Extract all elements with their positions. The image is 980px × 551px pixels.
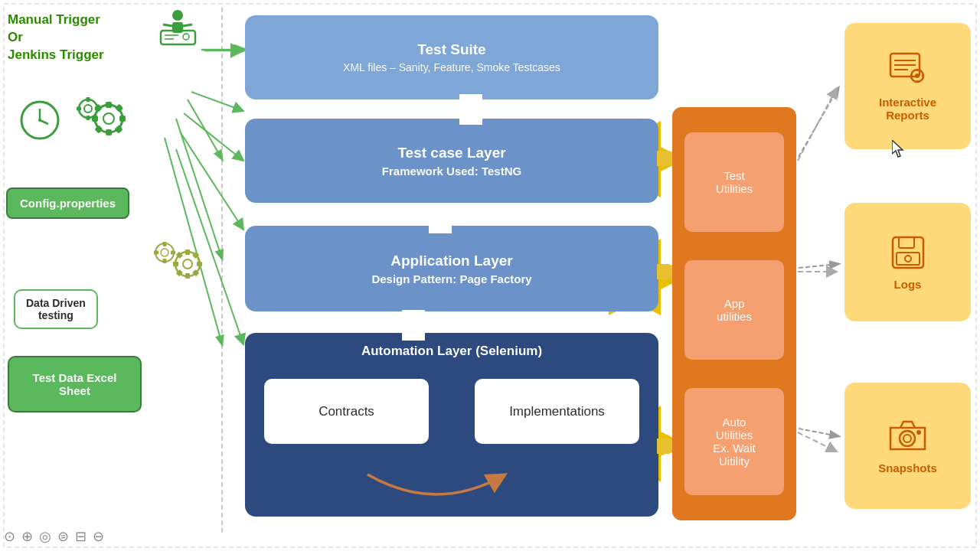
svg-line-13	[799, 264, 838, 268]
toolbar-icon-1[interactable]: ⊙	[4, 528, 15, 545]
svg-rect-31	[106, 102, 112, 108]
svg-rect-41	[87, 97, 90, 102]
svg-rect-38	[94, 125, 103, 133]
contracts-box: Contracts	[264, 379, 429, 444]
svg-rect-59	[171, 251, 175, 255]
snapshots-label: Snapshots	[878, 461, 937, 474]
toolbar-icon-6[interactable]: ⊖	[93, 528, 104, 545]
svg-point-85	[915, 73, 920, 78]
camera-icon	[887, 417, 929, 455]
svg-rect-49	[197, 262, 202, 266]
auto-utilities-card: AutoUtilitiesEx. WaitUitility	[684, 388, 784, 495]
svg-rect-91	[899, 237, 914, 248]
config-properties-box: Config.properties	[6, 187, 129, 219]
svg-rect-58	[163, 259, 167, 263]
svg-point-56	[161, 249, 168, 256]
test-utilities-label: TestUtilities	[716, 169, 753, 195]
test-suite-box: Test Suite XML files – Sanity, Feature, …	[245, 15, 658, 99]
svg-line-19	[163, 24, 172, 26]
toolbar-icon-5[interactable]: ⊟	[75, 528, 87, 545]
app-layer-box: Application Layer Design Pattern: Page F…	[245, 226, 658, 311]
utilities-panel: TestUtilities Apputilities AutoUtilities…	[672, 107, 796, 520]
excel-label: Test Data ExcelSheet	[33, 371, 117, 397]
svg-rect-47	[185, 249, 190, 255]
svg-point-39	[79, 99, 97, 118]
automation-layer-box: Automation Layer (Selenium) Contracts Im…	[245, 333, 658, 517]
svg-rect-44	[77, 107, 81, 111]
manual-trigger-label: Manual TriggerOrJenkins Trigger	[8, 11, 104, 64]
svg-line-12	[799, 88, 838, 157]
bottom-toolbar: ⊙ ⊕ ◎ ⊜ ⊟ ⊖	[4, 528, 104, 545]
svg-line-28	[40, 120, 48, 124]
toolbar-icon-3[interactable]: ◎	[39, 528, 51, 545]
contracts-label: Contracts	[318, 404, 374, 419]
test-suite-sub: XML files – Sanity, Feature, Smoke Testc…	[343, 61, 560, 73]
svg-rect-57	[163, 242, 167, 246]
svg-point-93	[905, 256, 911, 262]
svg-line-77	[798, 88, 837, 161]
auto-utilities-label: AutoUtilitiesEx. WaitUitility	[713, 416, 755, 468]
diagram-container: Manual TriggerOrJenkins Trigger	[0, 0, 980, 551]
logs-icon	[889, 233, 927, 272]
implementations-box: Implementations	[475, 379, 639, 444]
presenter-icon	[157, 9, 199, 51]
gear-icons-top	[77, 92, 149, 152]
svg-rect-43	[95, 107, 100, 111]
logs-card: Logs	[844, 203, 971, 321]
snapshots-card: Snapshots	[844, 383, 971, 509]
toolbar-icon-4[interactable]: ⊜	[57, 528, 69, 545]
test-case-title: Test case Layer	[397, 145, 505, 161]
svg-line-14	[799, 429, 838, 436]
svg-rect-42	[87, 116, 90, 120]
interactive-reports-label: InteractiveReports	[879, 96, 936, 122]
svg-point-46	[183, 259, 192, 269]
config-label: Config.properties	[20, 197, 116, 210]
test-suite-title: Test Suite	[417, 41, 485, 58]
svg-rect-48	[185, 273, 190, 279]
test-utilities-card: TestUtilities	[684, 132, 784, 232]
test-case-sub: Framework Used: TestNG	[382, 165, 521, 178]
svg-point-96	[916, 430, 921, 435]
gear-icons-bottom	[149, 237, 211, 290]
report-icon	[887, 51, 929, 90]
svg-rect-37	[114, 125, 122, 133]
svg-line-79	[798, 432, 837, 452]
app-utilities-card: Apputilities	[684, 260, 784, 360]
svg-line-20	[183, 24, 192, 26]
excel-sheet-box: Test Data ExcelSheet	[8, 356, 142, 412]
svg-rect-33	[119, 116, 126, 122]
svg-point-94	[900, 431, 915, 446]
svg-point-30	[103, 113, 114, 124]
svg-rect-32	[106, 129, 112, 135]
left-panel: Manual TriggerOrJenkins Trigger	[0, 0, 214, 551]
app-layer-sub: Design Pattern: Page Factory	[371, 272, 531, 285]
svg-rect-50	[173, 262, 178, 266]
svg-rect-60	[154, 251, 158, 255]
interactive-reports-card: InteractiveReports	[844, 23, 971, 149]
toolbar-icon-2[interactable]: ⊕	[21, 528, 33, 545]
svg-point-17	[172, 10, 183, 21]
app-layer-title: Application Layer	[390, 253, 512, 269]
svg-rect-35	[115, 104, 123, 112]
data-driven-bubble: Data Driventesting	[14, 289, 98, 329]
svg-rect-92	[897, 253, 920, 265]
automation-title: Automation Layer (Selenium)	[245, 333, 658, 359]
svg-point-24	[183, 34, 189, 40]
logs-label: Logs	[894, 278, 922, 291]
svg-point-95	[903, 435, 911, 442]
test-case-layer-box: Test case Layer Framework Used: TestNG	[245, 119, 658, 203]
clock-icon	[19, 99, 61, 145]
app-utilities-label: Apputilities	[717, 297, 752, 323]
data-driven-label: Data Driventesting	[26, 297, 86, 321]
svg-point-40	[84, 105, 92, 112]
implementations-label: Implementations	[509, 404, 605, 419]
